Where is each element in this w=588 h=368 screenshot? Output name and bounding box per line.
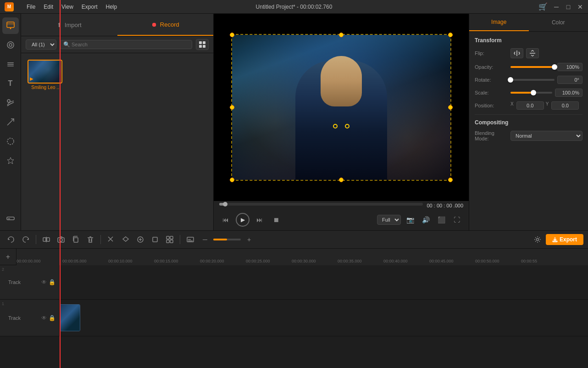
handle-middle-right[interactable] [448,105,453,110]
ruler-mark-11: 00:00:55 [521,259,537,263]
menu-export[interactable]: Export [78,3,101,11]
track-visibility-button-1[interactable]: 👁 [41,315,47,321]
cut-button[interactable] [105,233,117,246]
opacity-thumb[interactable] [552,64,557,70]
pos-y-input[interactable] [551,101,579,110]
timeline-ruler: 00:00:00.000 00:00:05.000 00:00:10.000 0… [17,249,588,265]
sidebar-item-overlays[interactable] [2,95,19,111]
maximize-button[interactable]: □ [565,4,571,10]
track-content-2[interactable] [60,265,588,299]
media-filter-select[interactable]: All (1) [26,39,56,50]
sidebar-item-text[interactable]: T [2,75,19,92]
fullscreen-button[interactable]: ⛶ [450,213,463,226]
paste-button[interactable] [134,233,147,246]
copy-clip-button[interactable] [69,233,82,246]
handle-top-right[interactable] [448,33,453,37]
opacity-slider[interactable] [510,66,555,68]
crop-button[interactable] [149,233,161,246]
progress-thumb[interactable] [223,202,227,206]
track-lock-button-2[interactable]: 🔒 [49,279,55,285]
sidebar-item-effects[interactable] [2,37,19,53]
handle-bottom-left[interactable] [230,178,234,182]
rotate-slider[interactable] [510,79,555,81]
volume-button[interactable]: 🔊 [419,213,432,226]
track-lock-button-1[interactable]: 🔒 [49,315,55,321]
sidebar-item-media[interactable] [2,17,19,34]
skip-back-button[interactable]: ⏮ [219,213,232,226]
sidebar-item-effects2[interactable] [2,152,19,169]
flip-vertical-button[interactable] [526,48,539,58]
opacity-value[interactable] [557,63,582,71]
grid-toggle-button[interactable] [196,39,209,50]
zoom-slider[interactable] [213,239,241,240]
multi-button[interactable] [163,233,176,246]
media-item[interactable]: ▶ Smiling Leo ... [28,60,64,90]
sidebar-item-timeline[interactable] [2,210,19,227]
svg-line-8 [7,119,14,125]
pos-x-input[interactable] [516,101,544,110]
scale-slider[interactable] [510,92,552,94]
rotate-thumb[interactable] [508,77,513,83]
export-button[interactable]: Export [546,234,583,245]
sidebar-item-filters[interactable] [2,133,19,150]
split-button[interactable] [40,233,53,246]
subtitles-button[interactable]: ⬛ [435,213,448,226]
media-play-icon: ▶ [30,76,33,81]
handle-top-middle[interactable] [339,33,344,37]
menu-view[interactable]: View [58,3,77,11]
scale-fill [510,92,533,94]
add-marker-button[interactable] [119,233,132,246]
menu-help[interactable]: Help [102,3,121,11]
tab-color[interactable]: Color [529,14,588,31]
handle-top-left[interactable] [230,33,234,37]
ruler-mark-6: 00:00:30.000 [292,259,338,263]
handle-bottom-middle[interactable] [339,178,344,182]
zoom-out-button[interactable]: ─ [199,233,211,246]
snapshot-button[interactable] [55,233,67,246]
ruler-mark-5: 00:00:25.000 [246,259,292,263]
screenshot-button[interactable]: 📷 [404,213,416,226]
redo-button[interactable] [19,233,32,246]
track-content-1[interactable] [60,300,588,336]
menu-edit[interactable]: Edit [40,3,57,11]
tab-import[interactable]: ⬆ Import [21,14,117,36]
add-track-button[interactable]: + [0,249,17,265]
handle-bottom-right[interactable] [448,178,453,182]
menu-file[interactable]: File [23,3,39,11]
svg-rect-13 [199,41,202,44]
quality-select[interactable]: Full [377,215,401,225]
ruler-mark-2: 00:00:10.000 [108,259,154,263]
skip-forward-button[interactable]: ⏭ [253,213,266,226]
track-visibility-button-2[interactable]: 👁 [41,279,47,285]
app-logo: M [5,2,14,11]
zoom-in-button[interactable]: + [243,233,255,246]
tab-record[interactable]: ⏺ Record [117,14,214,36]
subtitle-button[interactable] [184,233,197,246]
scale-value[interactable] [555,89,582,97]
track-clip-1[interactable] [60,304,80,331]
sidebar-item-audio[interactable] [2,56,19,72]
search-input[interactable] [60,40,192,49]
rotate-value[interactable] [557,76,582,84]
undo-button[interactable] [5,233,17,246]
svg-marker-29 [123,237,128,241]
minimize-button[interactable]: ─ [553,4,560,10]
delete-button[interactable] [84,233,97,246]
sidebar-item-transitions[interactable] [2,114,19,130]
handle-middle-left[interactable] [230,105,234,110]
scale-thumb[interactable] [531,90,536,95]
blending-label: Blending Mode: [475,130,507,141]
close-button[interactable]: ✕ [577,4,583,10]
track-number-2: 2 [2,267,4,272]
settings-button[interactable] [531,233,544,246]
bottom-area: ─ + Export + 00:00:00.000 00:00:05.000 [0,230,588,368]
flip-horizontal-button[interactable] [510,48,523,58]
svg-point-23 [60,239,62,241]
stop-button[interactable]: ⏹ [270,213,283,226]
track-row-2: 2 Track 👁 🔒 [0,265,588,300]
tab-image[interactable]: Image [469,14,529,31]
blending-mode-select[interactable]: Normal Multiply Screen Overlay Darken Li… [510,131,582,141]
preview-progress-bar[interactable] [219,203,423,206]
play-button[interactable]: ▶ [236,213,250,227]
cart-icon[interactable]: 🛒 [538,2,548,11]
